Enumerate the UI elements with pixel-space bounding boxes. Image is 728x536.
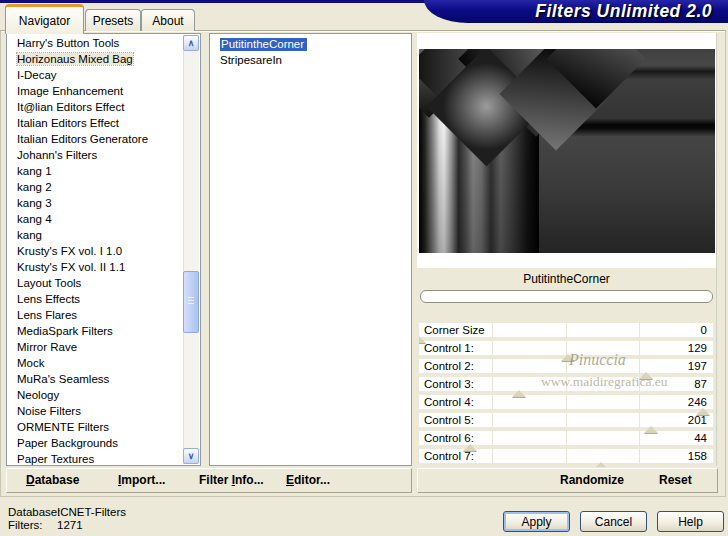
slider-thumb[interactable] bbox=[561, 354, 575, 361]
parameter-value: 44 bbox=[694, 432, 707, 444]
parameter-label: Control 6: bbox=[424, 432, 474, 444]
category-item-label: Mirror Rave bbox=[17, 341, 77, 353]
database-menu-bar: Database Import... Filter Info... Editor… bbox=[6, 468, 412, 493]
parameter-slider-row[interactable]: Control 1:129 bbox=[419, 341, 713, 359]
slider-thumb[interactable] bbox=[696, 408, 710, 415]
apply-button[interactable]: Apply bbox=[503, 511, 570, 532]
category-item-label: Paper Textures bbox=[17, 453, 94, 465]
category-item-label: Krusty's FX vol. I 1.0 bbox=[17, 245, 122, 257]
category-item-label: Horizonaus Mixed Bag bbox=[17, 53, 133, 65]
category-item[interactable]: Italian Editors Effect bbox=[7, 115, 182, 131]
tab-about[interactable]: About bbox=[141, 9, 195, 31]
status-database-value: ICNET-Filters bbox=[57, 506, 126, 518]
category-item[interactable]: Image Enhancement bbox=[7, 83, 182, 99]
category-item[interactable]: Lens Flares bbox=[7, 307, 182, 323]
category-item[interactable]: Mirror Rave bbox=[7, 339, 182, 355]
filter-item[interactable]: StripesareIn bbox=[210, 52, 409, 68]
category-item[interactable]: MuRa's Seamless bbox=[7, 371, 182, 387]
filter-list[interactable]: PutitintheCornerStripesareIn bbox=[209, 33, 412, 466]
category-item[interactable]: It@lian Editors Effect bbox=[7, 99, 182, 115]
slider-track[interactable]: Control 4:246 bbox=[419, 395, 713, 409]
tab-navigator[interactable]: Navigator bbox=[5, 4, 84, 34]
help-button[interactable]: Help bbox=[657, 511, 724, 532]
category-item-label: Layout Tools bbox=[17, 277, 81, 289]
randomize-button[interactable]: Randomize bbox=[560, 473, 624, 487]
parameter-slider-row[interactable]: Control 7:158 bbox=[419, 449, 713, 467]
category-item[interactable]: ORMENTE Filters bbox=[7, 419, 182, 435]
import-button[interactable]: Import... bbox=[118, 473, 165, 487]
status-filters-value: 1271 bbox=[57, 519, 83, 531]
category-item[interactable]: Italian Editors Generatore bbox=[7, 131, 182, 147]
category-item-label: Lens Effects bbox=[17, 293, 80, 305]
parameter-label: Control 1: bbox=[424, 342, 474, 354]
parameter-value: 87 bbox=[694, 378, 707, 390]
slider-track[interactable]: Control 7:158 bbox=[419, 449, 713, 463]
reset-button[interactable]: Reset bbox=[659, 473, 692, 487]
parameter-list: Corner Size0Control 1:129Control 2:197Co… bbox=[419, 323, 713, 467]
tab-presets[interactable]: Presets bbox=[85, 9, 141, 31]
category-item-label: Harry's Button Tools bbox=[17, 37, 119, 49]
parameter-slider-row[interactable]: Corner Size0 bbox=[419, 323, 713, 341]
category-item[interactable]: Paper Backgrounds bbox=[7, 435, 182, 451]
category-item[interactable]: Noise Filters bbox=[7, 403, 182, 419]
parameter-label: Control 3: bbox=[424, 378, 474, 390]
database-button[interactable]: Database bbox=[26, 473, 79, 487]
parameter-value: 158 bbox=[688, 450, 707, 462]
filter-item[interactable]: PutitintheCorner bbox=[210, 36, 409, 52]
category-item[interactable]: kang 1 bbox=[7, 163, 182, 179]
slider-track[interactable]: Control 6:44 bbox=[419, 431, 713, 445]
scroll-up-button[interactable]: ∧ bbox=[183, 35, 199, 51]
category-item-label: Noise Filters bbox=[17, 405, 81, 417]
filter-info-button[interactable]: Filter Info... bbox=[199, 473, 264, 487]
parameter-slider-row[interactable]: Control 6:44 bbox=[419, 431, 713, 449]
slider-track[interactable]: Control 5:201 bbox=[419, 413, 713, 427]
category-item[interactable]: kang 3 bbox=[7, 195, 182, 211]
parameter-slider-row[interactable]: Control 4:246 bbox=[419, 395, 713, 413]
slider-thumb[interactable] bbox=[512, 390, 526, 397]
category-item[interactable]: Krusty's FX vol. I 1.0 bbox=[7, 243, 182, 259]
category-item-label: Lens Flares bbox=[17, 309, 77, 321]
slider-track[interactable]: Control 1:129 bbox=[419, 341, 713, 355]
slider-thumb[interactable] bbox=[639, 372, 653, 379]
scrollbar-thumb[interactable] bbox=[183, 271, 199, 333]
category-item[interactable]: Lens Effects bbox=[7, 291, 182, 307]
status-filters-label: Filters: bbox=[8, 519, 43, 531]
category-item[interactable]: I-Decay bbox=[7, 67, 182, 83]
category-item[interactable]: kang 4 bbox=[7, 211, 182, 227]
category-item[interactable]: Layout Tools bbox=[7, 275, 182, 291]
parameter-label: Control 2: bbox=[424, 360, 474, 372]
cancel-button[interactable]: Cancel bbox=[580, 511, 647, 532]
slider-track[interactable]: Control 3:87 bbox=[419, 377, 713, 391]
slider-thumb[interactable] bbox=[594, 462, 608, 467]
category-item[interactable]: Neology bbox=[7, 387, 182, 403]
category-list[interactable]: Harry's Button ToolsHorizonaus Mixed Bag… bbox=[6, 33, 201, 466]
slider-track[interactable]: Corner Size0 bbox=[419, 323, 713, 337]
category-item[interactable]: Krusty's FX vol. II 1.1 bbox=[7, 259, 182, 275]
category-item-label: MuRa's Seamless bbox=[17, 373, 109, 385]
category-item[interactable]: Harry's Button Tools bbox=[7, 35, 182, 51]
editor-button[interactable]: Editor... bbox=[286, 473, 330, 487]
preview-panel: PutitintheCorner Corner Size0Control 1:1… bbox=[417, 33, 717, 466]
category-item[interactable]: kang bbox=[7, 227, 182, 243]
parameter-slider-row[interactable]: Control 5:201 bbox=[419, 413, 713, 431]
slider-thumb[interactable] bbox=[644, 426, 658, 433]
scroll-down-button[interactable]: ∨ bbox=[183, 448, 199, 464]
category-item[interactable]: Paper Textures bbox=[7, 451, 182, 465]
category-item[interactable]: Mock bbox=[7, 355, 182, 371]
title-banner: Filters Unlimited 2.0 bbox=[424, 0, 728, 23]
preview-image[interactable] bbox=[419, 49, 715, 253]
category-item-label: Mock bbox=[17, 357, 44, 369]
parameter-slider-row[interactable]: Control 3:87 bbox=[419, 377, 713, 395]
slider-track[interactable]: Control 2:197 bbox=[419, 359, 713, 373]
category-item[interactable]: Horizonaus Mixed Bag bbox=[7, 51, 182, 67]
category-item-label: Image Enhancement bbox=[17, 85, 123, 97]
category-item[interactable]: MediaSpark Filters bbox=[7, 323, 182, 339]
parameter-slider-row[interactable]: Control 2:197 bbox=[419, 359, 713, 377]
category-item-label: MediaSpark Filters bbox=[17, 325, 113, 337]
category-item[interactable]: kang 2 bbox=[7, 179, 182, 195]
category-scrollbar[interactable]: ∧ ∨ bbox=[183, 35, 199, 464]
slider-thumb[interactable] bbox=[419, 336, 426, 343]
category-item[interactable]: Johann's Filters bbox=[7, 147, 182, 163]
slider-thumb[interactable] bbox=[463, 444, 477, 451]
panel-right-edge bbox=[716, 33, 718, 466]
